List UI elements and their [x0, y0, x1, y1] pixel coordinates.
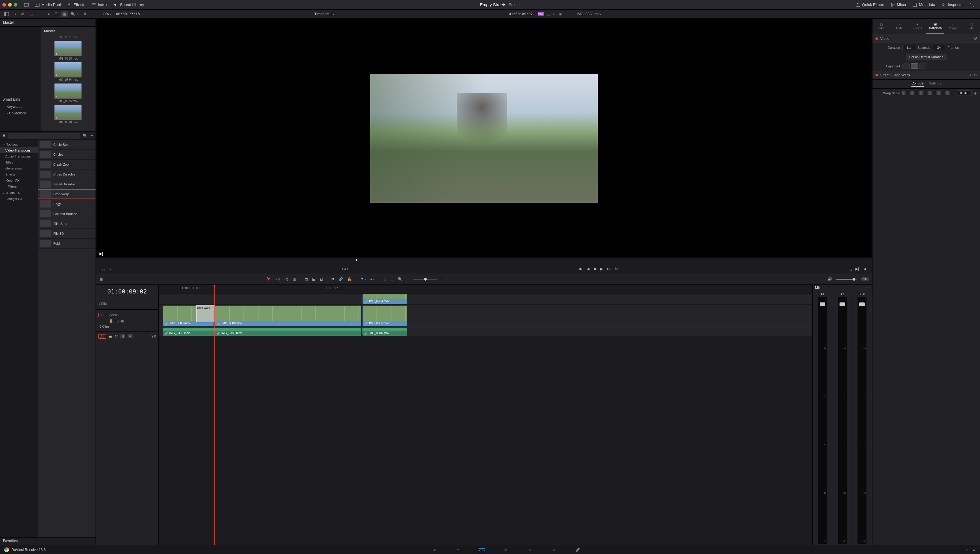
auto-select-icon[interactable]: ⬚ — [116, 319, 119, 323]
tab-effects[interactable]: ✦Effects — [908, 19, 926, 34]
color-page-tab[interactable]: ⊚ — [525, 545, 535, 554]
track-head-v2[interactable]: 1 Clip — [96, 298, 158, 309]
fader[interactable] — [820, 302, 825, 306]
tab-image[interactable]: ▱Image — [944, 19, 962, 34]
clip-thumb[interactable]: IMG_0385.mov — [54, 83, 82, 103]
timeline-clip[interactable]: 🔗IMG_0394.mov — [363, 294, 407, 304]
last-frame-button[interactable]: ⏭ — [607, 267, 611, 271]
match-frame-icon[interactable]: ⬚ — [102, 267, 105, 271]
quick-export-button[interactable]: Quick Export — [853, 1, 887, 8]
fx-item[interactable]: Flip 3D — [38, 229, 95, 239]
search-icon[interactable]: 🔍 — [83, 134, 87, 138]
cat-toolbox[interactable]: ⌄ Toolbox — [0, 141, 38, 147]
cat-open-fx[interactable]: ⌄ Open FX — [0, 177, 38, 183]
enable-dot-icon[interactable] — [875, 74, 878, 76]
full-screen-icon[interactable] — [967, 1, 978, 8]
effect-section-header[interactable]: Effect - Drop Warp ✦ ↺ — [872, 71, 980, 80]
mixer-channel-a2[interactable]: A2 -5-10-20-30-40-50 — [832, 291, 852, 545]
fusion-page-tab[interactable]: ⟳ — [501, 545, 511, 554]
sidebar-toggle-icon[interactable] — [2, 11, 11, 18]
effects-toggle[interactable]: Effects — [64, 1, 88, 8]
favorites-header[interactable]: Favorites — [0, 537, 95, 545]
timeline-audio-clip[interactable]: 🔗IMG_0388.mov — [215, 328, 361, 336]
search-icon[interactable]: 🔍 — [69, 11, 81, 17]
zoom-plus[interactable]: + — [441, 277, 443, 281]
home-icon[interactable]: ⌂ — [966, 548, 968, 552]
media-page-tab[interactable]: ▭ — [430, 545, 439, 554]
metadata-toggle[interactable]: Metadata — [909, 1, 938, 8]
fx-item[interactable]: Cross Dissolve — [38, 169, 95, 179]
timeline-ruler[interactable]: 01:00:08:00 01:00:12:00 — [159, 285, 812, 293]
mixer-options-icon[interactable]: ⋯ — [866, 286, 870, 290]
timeline-clip[interactable]: 🔗IMG_0388.mov — [215, 306, 361, 326]
panel-dropdown[interactable] — [12, 12, 18, 16]
solo-button[interactable]: S — [120, 334, 125, 338]
stop-button[interactable]: ■ — [593, 267, 596, 271]
tab-file[interactable]: ⬚File — [962, 19, 980, 34]
prev-clip-icon[interactable]: |◀ — [862, 267, 866, 271]
fader[interactable] — [840, 302, 845, 306]
volume-slider[interactable] — [836, 279, 857, 280]
track-head-a1[interactable]: A1 🔒 ⬚ S M 2.0 — [96, 331, 158, 341]
panel-toggle-icon[interactable]: ☰ — [2, 134, 6, 138]
track-v2[interactable]: 🔗IMG_0394.mov — [159, 293, 812, 304]
fx-item[interactable]: Circle Spin — [38, 140, 95, 150]
overwrite-icon[interactable]: ⬚ — [848, 267, 852, 271]
blade-tool-icon[interactable]: ▥ — [293, 277, 296, 281]
zoom-out-icon[interactable]: ⊟ — [383, 277, 387, 281]
insert-clip-icon[interactable]: ⬒ — [305, 277, 308, 281]
viewer-scrubber[interactable] — [108, 259, 860, 264]
more-options-icon[interactable]: ⋯ — [89, 11, 97, 17]
sort-icon[interactable]: ⇅ — [82, 11, 88, 17]
video-section-header[interactable]: Video ↺ — [872, 34, 980, 43]
fx-item[interactable]: Fall and Bounce — [38, 209, 95, 219]
mixer-channel-a1[interactable]: A1 -5-10-20-30-40-50 — [813, 291, 832, 545]
fx-item[interactable]: Detail Dissolve — [38, 179, 95, 189]
effects-options-icon[interactable]: ⋯ — [89, 134, 93, 138]
timeline-audio-clip[interactable]: 🔗IMG_0386.mov — [363, 328, 407, 336]
set-default-duration-button[interactable]: Set as Default Duration — [906, 54, 947, 60]
zoom-fit-icon[interactable]: ⊡ — [391, 277, 393, 281]
volume-icon[interactable]: 🔊 — [827, 277, 832, 281]
fx-item[interactable]: Edgy — [38, 199, 95, 209]
fx-item-selected[interactable]: Drop Warp — [38, 189, 95, 199]
auto-select-icon[interactable]: ⬚ — [115, 334, 118, 338]
lock-track-icon[interactable]: 🔒 — [108, 334, 113, 338]
mixer-toggle[interactable]: Mixer — [888, 1, 910, 8]
lock-icon[interactable]: 🔒 — [347, 277, 352, 281]
index-toggle[interactable]: Index — [88, 1, 111, 8]
cat-titles[interactable]: Titles — [0, 159, 38, 165]
fx-item[interactable]: Film Strip — [38, 219, 95, 229]
proxy-badge-icon[interactable]: PXY — [538, 12, 544, 16]
track-fx-icon[interactable]: ▦ — [121, 319, 124, 323]
transition-drop-warp[interactable]: Drop Warp — [196, 306, 215, 322]
close-window[interactable] — [2, 3, 6, 6]
master-tab[interactable]: Master — [0, 19, 95, 27]
replace-clip-icon[interactable]: ⬕ — [320, 277, 323, 281]
overwrite-clip-icon[interactable]: ⬓ — [312, 277, 315, 281]
edit-page-tab[interactable]: ⫍⫎ — [477, 545, 487, 554]
inspector-options-icon[interactable]: ⋯ — [970, 11, 978, 17]
viewer-canvas[interactable]: ▶| — [97, 19, 872, 258]
clip-thumb[interactable]: IMG_0383.mov — [54, 41, 82, 60]
fader[interactable] — [859, 302, 865, 306]
cat-filters[interactable]: Filters — [0, 183, 38, 189]
zoom-custom-icon[interactable]: 🔍 — [398, 277, 402, 281]
keyframe-diamond-icon[interactable]: ◆ — [974, 91, 977, 95]
clip-thumb[interactable]: IMG_0386.mov — [54, 105, 82, 124]
fx-item[interactable]: Fold — [38, 239, 95, 248]
project-settings-icon[interactable]: ⚙ — [972, 548, 976, 552]
bin-keywords[interactable]: Keywords — [0, 103, 40, 110]
align-center-button[interactable] — [911, 64, 918, 69]
clip-thumb[interactable]: IMG_0381.mov — [54, 36, 82, 39]
dim-button[interactable]: DIM — [861, 277, 869, 281]
a1-badge[interactable]: A1 — [98, 334, 106, 339]
subtab-controls[interactable]: Controls — [912, 81, 924, 86]
record-icon[interactable]: ● — [46, 11, 51, 17]
snap-icon[interactable]: ⧉ — [332, 277, 334, 281]
trim-tool-icon[interactable]: ⟨|⟩ — [276, 277, 280, 281]
cat-audio-fx[interactable]: ⌄ Audio FX — [0, 189, 38, 196]
list-view-icon[interactable]: ☰ — [53, 11, 60, 17]
duration-frames-input[interactable] — [933, 45, 945, 50]
minimize-window[interactable] — [8, 3, 12, 6]
